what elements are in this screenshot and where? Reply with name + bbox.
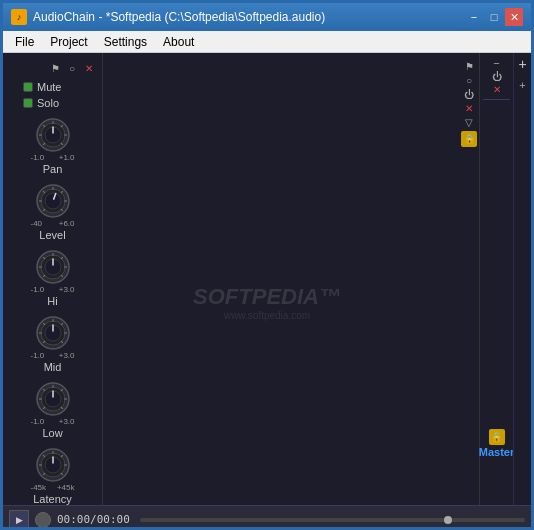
level-range: -40 +6.0 <box>31 219 75 228</box>
pan-knob-container: -1.0 +1.0 Pan <box>31 117 75 175</box>
hi-range: -1.0 +3.0 <box>31 285 75 294</box>
level-label: Level <box>39 229 65 241</box>
watermark: SOFTPEDIA™ www.softpedia.com <box>193 283 341 320</box>
channel-right-icon-signal[interactable]: ⚑ <box>465 61 474 72</box>
progress-thumb[interactable] <box>444 516 452 524</box>
low-label: Low <box>42 427 62 439</box>
mute-label-text: Mute <box>37 81 61 93</box>
menu-settings[interactable]: Settings <box>96 33 155 51</box>
main-content: ⚑ ○ ✕ Mute Solo <box>3 53 531 505</box>
restore-button[interactable]: □ <box>485 8 503 26</box>
level-knob[interactable] <box>35 183 71 219</box>
latency-label: Latency <box>33 493 72 505</box>
progress-bar[interactable] <box>140 518 525 522</box>
window-controls: − □ ✕ <box>465 8 523 26</box>
menu-about[interactable]: About <box>155 33 202 51</box>
master-icon-minus[interactable]: − <box>493 57 499 69</box>
window-title: AudioChain - *Softpedia (C:\Softpedia\So… <box>33 10 465 24</box>
menu-project[interactable]: Project <box>42 33 95 51</box>
pan-range: -1.0 +1.0 <box>31 153 75 162</box>
channel-strip-1: ⚑ ○ ✕ Mute Solo <box>3 53 103 505</box>
add-column: + + <box>513 53 531 505</box>
mid-knob[interactable] <box>35 315 71 351</box>
mid-range: -1.0 +3.0 <box>31 351 75 360</box>
low-range: -1.0 +3.0 <box>31 417 75 426</box>
solo-indicator[interactable] <box>23 98 33 108</box>
strip-icon-close[interactable]: ✕ <box>82 61 96 75</box>
channel-right-icon-circle[interactable]: ○ <box>466 75 472 86</box>
strip-header: ⚑ ○ ✕ <box>7 61 98 75</box>
mid-label: Mid <box>44 361 62 373</box>
low-knob-container: -1.0 +3.0 Low <box>31 381 75 439</box>
solo-row: Solo <box>7 97 59 109</box>
master-icon-power[interactable]: ⏻ <box>492 71 502 82</box>
title-bar: ♪ AudioChain - *Softpedia (C:\Softpedia\… <box>3 3 531 31</box>
channel-right-icon-down[interactable]: ▽ <box>465 117 473 128</box>
add-channel-button[interactable]: + <box>518 57 526 71</box>
pan-label: Pan <box>43 163 63 175</box>
hi-label: Hi <box>47 295 57 307</box>
mid-knob-container: -1.0 +3.0 Mid <box>31 315 75 373</box>
watermark-text: SOFTPEDIA™ <box>193 283 341 309</box>
transport-bar: ▶ 00:00/00:00 <box>3 505 531 530</box>
channel-area: ⚑ ○ ✕ Mute Solo <box>3 53 531 505</box>
latency-knob-container: -45k +45k Latency <box>31 447 75 505</box>
channel-right-icon-power[interactable]: ⏻ <box>464 89 474 100</box>
record-button[interactable] <box>35 512 51 528</box>
menu-file[interactable]: File <box>7 33 42 51</box>
master-icon-lock[interactable]: 🔒 <box>489 429 505 445</box>
strip-icon-flag[interactable]: ⚑ <box>48 61 62 75</box>
strip-icon-power[interactable]: ○ <box>65 61 79 75</box>
time-display: 00:00/00:00 <box>57 513 130 526</box>
master-label: Master <box>475 444 518 460</box>
channel-right-icon-lock[interactable]: 🔒 <box>461 131 477 147</box>
low-knob[interactable] <box>35 381 71 417</box>
add-plus-lower[interactable]: + <box>519 79 525 91</box>
menu-bar: File Project Settings About <box>3 31 531 53</box>
pan-knob[interactable] <box>35 117 71 153</box>
play-button[interactable]: ▶ <box>9 510 29 530</box>
mute-indicator[interactable] <box>23 82 33 92</box>
master-icon-x[interactable]: ✕ <box>493 84 501 95</box>
level-knob-container: -40 +6.0 Level <box>31 183 75 241</box>
channel-right-icon-x[interactable]: ✕ <box>465 103 473 114</box>
hi-knob[interactable] <box>35 249 71 285</box>
latency-knob[interactable] <box>35 447 71 483</box>
latency-range: -45k +45k <box>31 483 75 492</box>
app-icon: ♪ <box>11 9 27 25</box>
mute-row: Mute <box>7 81 61 93</box>
minimize-button[interactable]: − <box>465 8 483 26</box>
hi-knob-container: -1.0 +3.0 Hi <box>31 249 75 307</box>
solo-label-text: Solo <box>37 97 59 109</box>
svg-point-13 <box>45 193 61 209</box>
close-button[interactable]: ✕ <box>505 8 523 26</box>
watermark-subtext: www.softpedia.com <box>193 309 341 320</box>
